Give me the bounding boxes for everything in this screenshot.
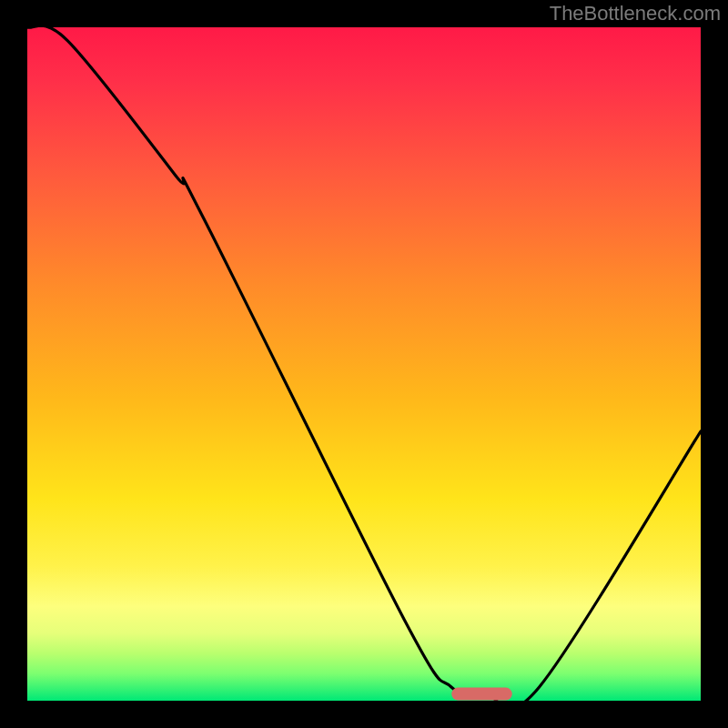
- watermark-text: TheBottleneck.com: [550, 2, 721, 25]
- chart-stage: TheBottleneck.com: [0, 0, 728, 728]
- optimal-marker: [451, 688, 512, 701]
- chart-svg: [27, 27, 701, 701]
- bottleneck-curve-path: [27, 27, 701, 701]
- plot-area: [27, 27, 701, 701]
